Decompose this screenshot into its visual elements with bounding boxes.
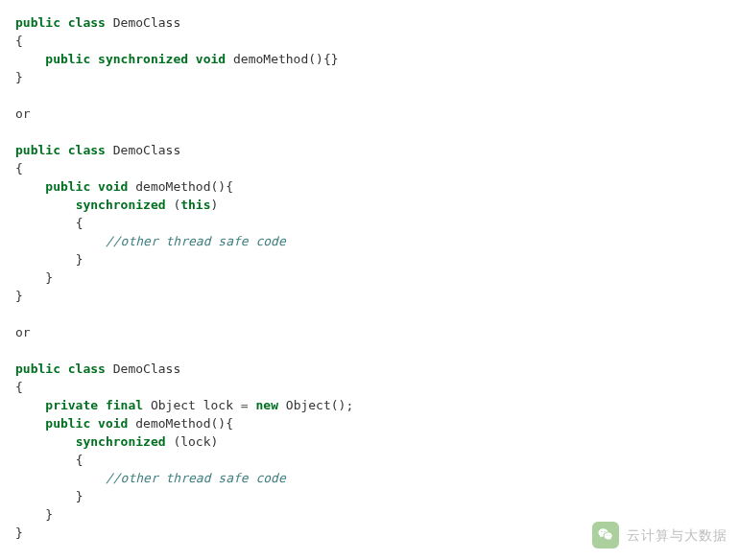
parens-brace: (){	[211, 416, 233, 431]
kw-final: final	[106, 398, 143, 412]
method-name: demoMethod	[135, 179, 210, 194]
paren: )	[211, 434, 219, 449]
kw-void: void	[98, 416, 128, 431]
op-eq: =	[241, 398, 249, 412]
kw-public: public	[45, 179, 90, 194]
wechat-icon	[592, 522, 619, 548]
type-object: Object	[286, 398, 331, 412]
kw-public: public	[45, 52, 90, 66]
brace: }	[15, 289, 23, 303]
kw-synchronized: synchronized	[98, 52, 188, 66]
kw-void: void	[196, 52, 226, 66]
brace: }	[45, 270, 53, 285]
brace: {	[76, 453, 83, 467]
brace: }	[15, 70, 23, 84]
kw-class: class	[68, 362, 106, 376]
kw-class: class	[68, 15, 106, 30]
class-name: DemoClass	[113, 15, 180, 30]
kw-synchronized: synchronized	[76, 434, 166, 449]
comment: //other thread safe code	[106, 234, 286, 248]
class-name: DemoClass	[113, 143, 180, 157]
var-lock: lock	[180, 434, 210, 449]
separator-or: or	[15, 325, 31, 339]
brace: }	[45, 507, 53, 522]
brace: }	[15, 525, 23, 540]
brace: {	[15, 380, 23, 394]
kw-private: private	[45, 398, 98, 412]
brace: {	[15, 161, 23, 175]
kw-public: public	[15, 362, 60, 376]
var-lock: lock	[203, 398, 233, 412]
brace: }	[76, 252, 83, 267]
kw-void: void	[98, 179, 128, 194]
class-name: DemoClass	[113, 362, 180, 376]
brace: {	[15, 34, 23, 48]
kw-public: public	[15, 143, 60, 157]
kw-class: class	[68, 143, 106, 157]
code-block: public class DemoClass { public synchron…	[15, 13, 724, 542]
separator-or: or	[15, 106, 31, 121]
parens-braces: (){}	[308, 52, 338, 66]
watermark-text: 云计算与大数据	[627, 526, 727, 545]
type-object: Object	[151, 398, 196, 412]
ctor-suffix: ();	[331, 398, 353, 412]
kw-this: this	[180, 198, 210, 212]
kw-new: new	[256, 398, 278, 412]
method-name: demoMethod	[135, 416, 210, 431]
watermark: 云计算与大数据	[592, 522, 727, 548]
kw-synchronized: synchronized	[76, 198, 166, 212]
method-name: demoMethod	[233, 52, 308, 66]
brace: }	[76, 489, 83, 503]
paren: )	[211, 198, 219, 212]
kw-public: public	[45, 416, 90, 431]
brace: {	[76, 216, 83, 230]
kw-public: public	[15, 15, 60, 30]
parens-brace: (){	[211, 179, 233, 194]
comment: //other thread safe code	[106, 471, 286, 485]
